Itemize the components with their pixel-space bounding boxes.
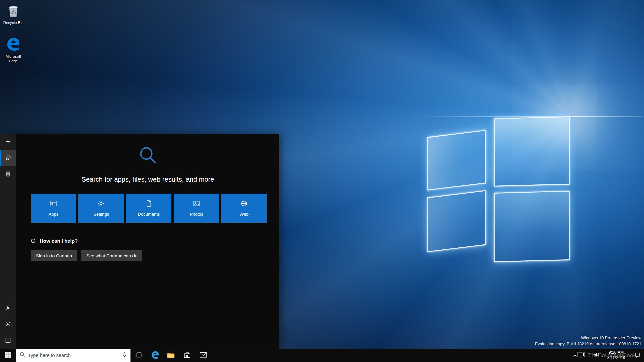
filter-label: Settings [93, 212, 109, 217]
filter-apps-button[interactable]: Apps [31, 194, 76, 223]
search-hero-icon [16, 145, 279, 166]
task-view-button[interactable] [131, 349, 147, 362]
filter-web-button[interactable]: Web [221, 194, 267, 223]
filter-row: Apps Settings Documents Photos [31, 194, 267, 223]
chevron-up-icon [573, 353, 577, 358]
flyout-main: Search for apps, files, web results, and… [16, 134, 279, 349]
home-icon [5, 155, 11, 162]
filter-documents-button[interactable]: Documents [126, 194, 171, 223]
volume-button[interactable] [591, 349, 602, 362]
cortana-heading-row: How can I help? [31, 238, 78, 244]
sign-in-cortana-button[interactable]: Sign in to Cortana [31, 250, 77, 261]
filter-label: Apps [49, 212, 59, 217]
recycle-bin-icon [7, 3, 20, 19]
search-prompt: Search for apps, files, web results, and… [16, 176, 279, 183]
photos-icon [193, 200, 200, 208]
feedback-icon [5, 338, 11, 344]
desktop-icon-label: Microsoft Edge [1, 54, 26, 64]
mail-button[interactable] [195, 349, 211, 362]
see-what-cortana-can-do-button[interactable]: See what Cortana can do [81, 250, 142, 261]
taskbar-clock[interactable]: 9:20 AM 8/11/2018 [602, 349, 631, 362]
filter-label: Photos [190, 212, 203, 217]
action-center-button[interactable] [631, 349, 644, 362]
system-tray: 9:20 AM 8/11/2018 [570, 349, 644, 362]
account-icon [5, 305, 11, 312]
build-watermark-line1: Windows 10 Pro Insider Preview [535, 335, 641, 341]
gear-icon [5, 321, 11, 328]
settings-gear-icon [98, 200, 105, 208]
network-icon [583, 352, 589, 358]
task-view-icon [135, 352, 143, 359]
taskbar-search-input[interactable] [28, 353, 119, 358]
flyout-rail [0, 134, 16, 349]
rail-spacer [0, 182, 16, 300]
action-center-icon [635, 352, 640, 359]
tray-chevron-button[interactable] [570, 349, 580, 362]
store-icon [183, 351, 191, 360]
microphone-icon[interactable] [122, 352, 127, 359]
globe-icon [240, 200, 248, 208]
network-button[interactable] [580, 349, 591, 362]
desktop-icon-label: Recycle Bin [3, 20, 24, 25]
start-icon [5, 352, 11, 359]
hamburger-icon [5, 139, 11, 145]
edge-taskbar-button[interactable] [147, 349, 163, 362]
cortana-actions: Sign in to Cortana See what Cortana can … [31, 250, 142, 261]
file-explorer-icon [167, 351, 175, 360]
filter-photos-button[interactable]: Photos [174, 194, 219, 223]
filter-settings-button[interactable]: Settings [78, 194, 124, 223]
cortana-ring-icon [31, 239, 35, 243]
logo-pane-top-right [494, 116, 570, 187]
logo-pane-bottom-right [494, 191, 570, 262]
filter-label: Web [239, 212, 249, 217]
build-watermark: Windows 10 Pro Insider Preview Evaluatio… [535, 335, 641, 348]
home-button[interactable] [0, 150, 16, 166]
flyout-settings-button[interactable] [0, 316, 16, 333]
filter-label: Documents [138, 212, 160, 217]
volume-icon [594, 352, 599, 358]
start-button[interactable] [0, 349, 16, 362]
edge-icon [151, 350, 160, 360]
search-flyout: Search for apps, files, web results, and… [0, 134, 279, 349]
apps-icon [50, 200, 57, 208]
logo-pane-top-left [427, 130, 486, 191]
build-watermark-line2: Evaluation copy. Build 18219.rs_prerelea… [535, 341, 641, 347]
edge-icon [6, 36, 21, 53]
cortana-heading: How can I help? [40, 238, 78, 244]
taskbar: 9:20 AM 8/11/2018 [0, 349, 644, 362]
notebook-icon [5, 171, 11, 178]
logo-pane-bottom-left [427, 190, 486, 252]
taskbar-search-box[interactable] [16, 349, 131, 362]
desktop-icon-recycle-bin[interactable]: Recycle Bin [1, 3, 26, 25]
search-icon [20, 352, 25, 359]
account-button[interactable] [0, 300, 16, 316]
clock-time: 9:20 AM [609, 350, 624, 355]
file-explorer-button[interactable] [163, 349, 179, 362]
notebook-button[interactable] [0, 166, 16, 182]
feedback-button[interactable] [0, 333, 16, 349]
menu-button[interactable] [0, 134, 16, 150]
mail-icon [200, 352, 207, 359]
store-button[interactable] [179, 349, 195, 362]
clock-date: 8/11/2018 [607, 355, 625, 361]
desktop-icon-microsoft-edge[interactable]: Microsoft Edge [1, 36, 26, 64]
document-icon [145, 200, 152, 208]
